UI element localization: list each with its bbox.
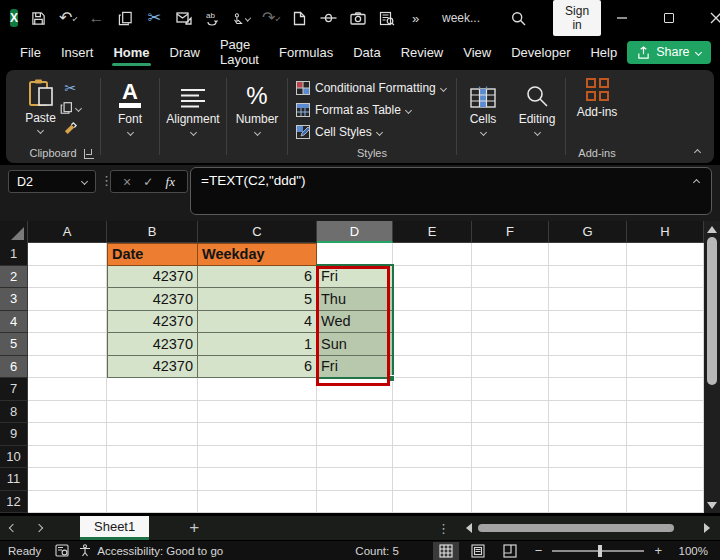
tab-page-layout[interactable]: Page Layout [210, 31, 269, 73]
strikethrough-icon[interactable] [320, 10, 337, 27]
cell[interactable] [317, 468, 393, 491]
format-painter-icon[interactable] [63, 120, 78, 138]
horizontal-scrollbar[interactable] [476, 522, 676, 534]
row-header-11[interactable]: 11 [0, 468, 28, 491]
page-break-preview-icon[interactable] [497, 542, 523, 560]
row-header-1[interactable]: 1 [0, 243, 28, 266]
accessibility-status[interactable]: Accessibility: Good to go [97, 545, 223, 557]
row-header-6[interactable]: 6 [0, 356, 28, 379]
share-button[interactable]: Share [627, 41, 710, 64]
zoom-level[interactable]: 100% [674, 545, 708, 557]
cell[interactable] [549, 378, 627, 401]
cell-b5[interactable]: 42370 [107, 333, 198, 356]
cell[interactable] [393, 401, 472, 424]
row-header-10[interactable]: 10 [0, 446, 28, 469]
cell[interactable] [472, 356, 549, 379]
cell[interactable] [198, 446, 317, 469]
scroll-left-icon[interactable] [466, 523, 472, 533]
tab-data[interactable]: Data [343, 39, 390, 66]
cell[interactable] [472, 491, 549, 514]
cell[interactable] [393, 356, 472, 379]
tab-help[interactable]: Help [580, 39, 627, 66]
row-header-12[interactable]: 12 [0, 491, 28, 514]
cell[interactable] [393, 243, 472, 266]
redo-icon[interactable]: ↷ [262, 10, 279, 27]
cancel-icon[interactable]: × [123, 174, 131, 190]
cell[interactable] [28, 468, 107, 491]
row-header-4[interactable]: 4 [0, 311, 28, 334]
zoom-out-icon[interactable]: − [533, 543, 545, 558]
cell[interactable] [472, 243, 549, 266]
cell[interactable] [472, 468, 549, 491]
cell[interactable] [549, 401, 627, 424]
cell[interactable] [627, 491, 704, 514]
cell[interactable] [393, 266, 472, 289]
cell[interactable] [627, 468, 704, 491]
select-all-button[interactable] [0, 221, 28, 243]
cell-c2[interactable]: 6 [198, 266, 317, 289]
cell[interactable] [472, 266, 549, 289]
cell[interactable] [28, 446, 107, 469]
sheet-tab-sheet1[interactable]: Sheet1 [80, 516, 149, 540]
addins-group[interactable]: Add-ins Add-ins [566, 70, 628, 163]
print-preview-icon[interactable] [378, 10, 395, 27]
cell[interactable] [472, 333, 549, 356]
cell[interactable] [472, 423, 549, 446]
cut-icon[interactable]: ✂ [64, 80, 76, 96]
tab-review[interactable]: Review [391, 39, 454, 66]
cell[interactable] [393, 311, 472, 334]
cell-d3[interactable]: Thu [317, 288, 393, 311]
cell[interactable] [28, 401, 107, 424]
sheet-next-icon[interactable] [26, 525, 52, 531]
conditional-formatting-button[interactable]: Conditional Formatting [296, 77, 446, 99]
cell[interactable] [28, 266, 107, 289]
cell-d4[interactable]: Wed [317, 311, 393, 334]
sheet-prev-icon[interactable] [0, 525, 26, 531]
new-file-icon[interactable] [291, 10, 308, 27]
column-header-d[interactable]: D [317, 221, 393, 243]
cell[interactable] [627, 356, 704, 379]
cell[interactable] [549, 356, 627, 379]
cell[interactable] [627, 288, 704, 311]
cell[interactable] [627, 401, 704, 424]
column-header-e[interactable]: E [393, 221, 472, 243]
search-icon[interactable] [510, 10, 527, 27]
scroll-up-icon[interactable] [707, 226, 717, 233]
alignment-group-button[interactable]: Alignment [160, 70, 226, 163]
cell[interactable] [393, 446, 472, 469]
cell[interactable] [549, 333, 627, 356]
cell[interactable] [28, 288, 107, 311]
cell[interactable] [107, 378, 198, 401]
minimize-icon[interactable] [613, 10, 630, 27]
zoom-slider-thumb[interactable] [598, 545, 602, 557]
cell[interactable] [472, 378, 549, 401]
cell[interactable] [393, 491, 472, 514]
excel-app-icon[interactable]: X [10, 9, 18, 27]
cell-c5[interactable]: 1 [198, 333, 317, 356]
cell-b4[interactable]: 42370 [107, 311, 198, 334]
scroll-down-icon[interactable] [707, 502, 717, 509]
cell[interactable] [393, 378, 472, 401]
tab-home[interactable]: Home [103, 39, 159, 66]
zoom-slider[interactable] [552, 550, 644, 552]
cell[interactable] [393, 468, 472, 491]
cell[interactable] [107, 423, 198, 446]
cell[interactable] [627, 333, 704, 356]
collapse-ribbon-icon[interactable] [694, 149, 701, 156]
row-header-2[interactable]: 2 [0, 266, 28, 289]
maximize-icon[interactable] [660, 10, 677, 27]
cell[interactable] [28, 491, 107, 514]
cell[interactable] [627, 243, 704, 266]
cell-b2[interactable]: 42370 [107, 266, 198, 289]
tab-file[interactable]: File [10, 39, 51, 66]
cell-d2-active[interactable]: Fri [317, 266, 393, 289]
cell[interactable] [317, 243, 393, 266]
cell[interactable] [28, 311, 107, 334]
cell[interactable] [317, 446, 393, 469]
cell[interactable] [393, 333, 472, 356]
back-icon[interactable]: ← [88, 10, 105, 27]
cell-d6[interactable]: Fri [317, 356, 393, 379]
cell[interactable] [317, 423, 393, 446]
cells-group-button[interactable]: Cells [457, 70, 509, 163]
camera-icon[interactable] [349, 10, 366, 27]
